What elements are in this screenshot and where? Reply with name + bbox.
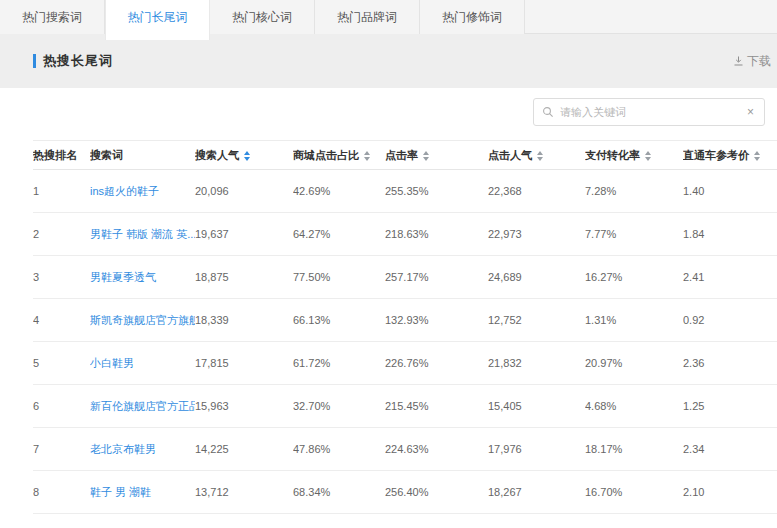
mall_click_share-cell: 77.50% [293, 256, 385, 299]
ztc_ref_price-cell: 2.34 [683, 428, 777, 471]
pay_conversion-cell: 4.68% [585, 385, 683, 428]
column-label: 点击率 [385, 149, 418, 161]
keyword-link[interactable]: 男鞋子 韩版 潮流 英... [90, 228, 195, 240]
keyword-link[interactable]: 老北京布鞋男 [90, 443, 156, 455]
column-label: 点击人气 [488, 149, 532, 161]
search_popularity-cell: 14,225 [195, 428, 293, 471]
ztc_ref_price-cell: 2.36 [683, 342, 777, 385]
tab-2[interactable]: 热门长尾词 [105, 0, 210, 40]
click_popularity-cell: 17,976 [488, 428, 585, 471]
rank-cell: 6 [33, 385, 90, 428]
tab-1[interactable]: 热门搜索词 [0, 0, 105, 34]
mall_click_share-cell: 68.34% [293, 471, 385, 514]
column-label: 热搜排名 [33, 149, 77, 161]
table-row: 1ins超火的鞋子20,09642.69%255.35%22,3687.28%1… [33, 170, 777, 213]
tab-4[interactable]: 热门品牌词 [315, 0, 420, 34]
mall_click_share-cell: 64.27% [293, 213, 385, 256]
click_popularity-cell: 15,405 [488, 385, 585, 428]
click_popularity-cell: 22,973 [488, 213, 585, 256]
click_rate-cell: 215.45% [385, 385, 488, 428]
keyword-cell: ins超火的鞋子 [90, 170, 195, 213]
pay_conversion-cell: 20.97% [585, 342, 683, 385]
keyword-cell: 男鞋夏季透气 [90, 256, 195, 299]
pay_conversion-cell: 16.70% [585, 471, 683, 514]
ztc_ref_price-cell: 2.10 [683, 471, 777, 514]
rank-cell: 4 [33, 299, 90, 342]
table-row: 2男鞋子 韩版 潮流 英...19,63764.27%218.63%22,973… [33, 213, 777, 256]
sort-icon[interactable] [754, 151, 760, 161]
pay_conversion-cell: 18.17% [585, 428, 683, 471]
column-header-click_rate[interactable]: 点击率 [385, 141, 488, 170]
ztc_ref_price-cell: 0.92 [683, 299, 777, 342]
hot-longtail-keywords-page: 热门搜索词热门长尾词热门核心词热门品牌词热门修饰词 热搜长尾词 下载 × [0, 0, 777, 528]
click_rate-cell: 224.63% [385, 428, 488, 471]
sort-icon[interactable] [537, 151, 543, 161]
mall_click_share-cell: 61.72% [293, 342, 385, 385]
tab-5[interactable]: 热门修饰词 [420, 0, 525, 34]
download-icon [733, 56, 744, 67]
search-icon [542, 106, 554, 118]
pay_conversion-cell: 7.28% [585, 170, 683, 213]
search_popularity-cell: 18,875 [195, 256, 293, 299]
table-row: 6新百伦旗舰店官方正品15,96332.70%215.45%15,4054.68… [33, 385, 777, 428]
keyword-link[interactable]: 鞋子 男 潮鞋 [90, 486, 151, 498]
table-row: 4斯凯奇旗舰店官方旗舰18,33966.13%132.93%12,7521.31… [33, 299, 777, 342]
column-header-mall_click_share[interactable]: 商城点击占比 [293, 141, 385, 170]
click_popularity-cell: 21,832 [488, 342, 585, 385]
search_popularity-cell: 20,096 [195, 170, 293, 213]
sort-icon[interactable] [244, 151, 250, 161]
pay_conversion-cell: 16.27% [585, 256, 683, 299]
click_rate-cell: 218.63% [385, 213, 488, 256]
keyword-cell: 老北京布鞋男 [90, 428, 195, 471]
column-label: 支付转化率 [585, 149, 640, 161]
page-title: 热搜长尾词 [33, 52, 113, 70]
keyword-link[interactable]: ins超火的鞋子 [90, 185, 159, 197]
keyword-link[interactable]: 斯凯奇旗舰店官方旗舰 [90, 314, 195, 326]
rank-cell: 2 [33, 213, 90, 256]
click_rate-cell: 255.35% [385, 170, 488, 213]
search_popularity-cell: 18,339 [195, 299, 293, 342]
click_popularity-cell: 12,752 [488, 299, 585, 342]
sort-icon[interactable] [423, 151, 429, 161]
table-row: 5小白鞋男17,81561.72%226.76%21,83220.97%2.36 [33, 342, 777, 385]
pay_conversion-cell: 1.31% [585, 299, 683, 342]
column-header-pay_conversion[interactable]: 支付转化率 [585, 141, 683, 170]
column-header-search_popularity[interactable]: 搜索人气 [195, 141, 293, 170]
click_rate-cell: 256.40% [385, 471, 488, 514]
keyword-cell: 斯凯奇旗舰店官方旗舰 [90, 299, 195, 342]
click_rate-cell: 226.76% [385, 342, 488, 385]
title-accent-bar [33, 54, 36, 68]
download-link[interactable]: 下载 [733, 53, 771, 70]
rank-cell: 5 [33, 342, 90, 385]
mall_click_share-cell: 32.70% [293, 385, 385, 428]
download-label: 下载 [747, 53, 771, 70]
click_rate-cell: 257.17% [385, 256, 488, 299]
search_popularity-cell: 17,815 [195, 342, 293, 385]
keyword-cell: 鞋子 男 潮鞋 [90, 471, 195, 514]
keyword-link[interactable]: 男鞋夏季透气 [90, 271, 156, 283]
column-header-ztc_ref_price[interactable]: 直通车参考价 [683, 141, 777, 170]
ztc_ref_price-cell: 1.40 [683, 170, 777, 213]
sort-icon[interactable] [645, 151, 651, 161]
column-header-click_popularity[interactable]: 点击人气 [488, 141, 585, 170]
table-header-row: 热搜排名搜索词搜索人气商城点击占比点击率点击人气支付转化率直通车参考价 [33, 141, 777, 170]
keyword-link[interactable]: 小白鞋男 [90, 357, 134, 369]
rank-cell: 3 [33, 256, 90, 299]
column-header-rank: 热搜排名 [33, 141, 90, 170]
column-label: 搜索词 [90, 149, 123, 161]
rank-cell: 7 [33, 428, 90, 471]
pay_conversion-cell: 7.77% [585, 213, 683, 256]
keyword-search-box: × [533, 98, 765, 126]
tab-3[interactable]: 热门核心词 [210, 0, 315, 34]
sort-icon[interactable] [364, 151, 370, 161]
mall_click_share-cell: 66.13% [293, 299, 385, 342]
click_popularity-cell: 18,267 [488, 471, 585, 514]
keyword-cell: 小白鞋男 [90, 342, 195, 385]
search_popularity-cell: 19,637 [195, 213, 293, 256]
search-input[interactable] [560, 106, 745, 118]
column-label: 商城点击占比 [293, 149, 359, 161]
keyword-link[interactable]: 新百伦旗舰店官方正品 [90, 400, 195, 412]
keyword-cell: 男鞋子 韩版 潮流 英... [90, 213, 195, 256]
table-row: 8鞋子 男 潮鞋13,71268.34%256.40%18,26716.70%2… [33, 471, 777, 514]
close-icon[interactable]: × [745, 104, 756, 120]
